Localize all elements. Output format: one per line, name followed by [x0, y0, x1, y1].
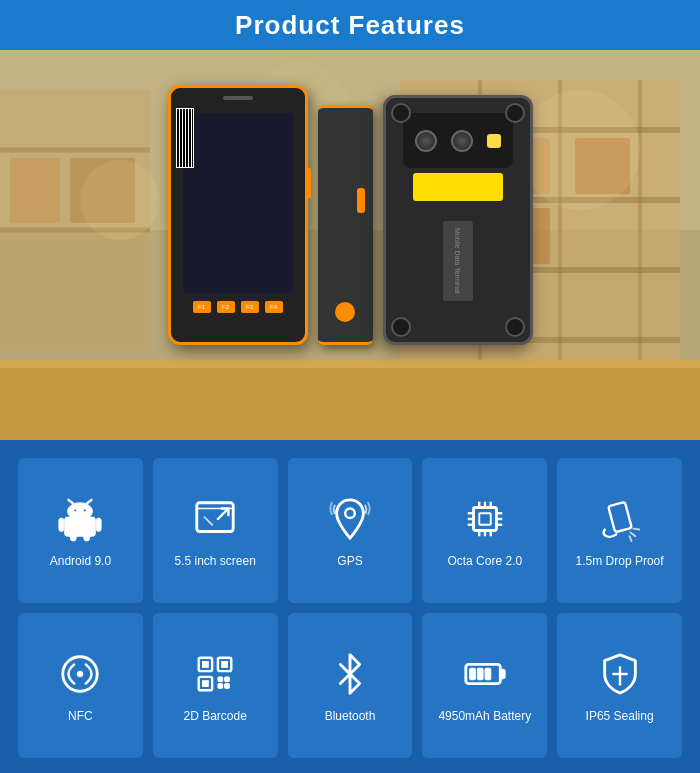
svg-rect-34 [84, 534, 90, 541]
corner-bumper-bl [391, 317, 411, 337]
feature-android: Android 9.0 [18, 458, 143, 603]
svg-rect-73 [477, 668, 483, 680]
device-back: Mobile Data Terminal [383, 95, 533, 345]
chip-icon [460, 494, 510, 544]
page-header: Product Features [0, 0, 700, 50]
feature-bluetooth: Bluetooth [288, 613, 413, 758]
warning-label [413, 173, 503, 201]
svg-rect-72 [469, 668, 475, 680]
screen-icon [190, 494, 240, 544]
svg-line-37 [218, 508, 229, 519]
product-image-area: F1 F2 F3 F4 Mobile Data Terminal [0, 50, 700, 440]
screen-label: 5.5 inch screen [175, 554, 256, 568]
svg-rect-65 [203, 680, 209, 686]
svg-point-27 [74, 508, 77, 511]
barcode-strip [176, 108, 194, 168]
ip65-label: IP65 Sealing [586, 709, 654, 723]
feature-octa: Octa Core 2.0 [422, 458, 547, 603]
svg-rect-40 [473, 507, 496, 530]
feature-screen: 5.5 inch screen [153, 458, 278, 603]
corner-bumper-br [505, 317, 525, 337]
feature-drop: 1.5m Drop Proof [557, 458, 682, 603]
svg-point-59 [78, 671, 84, 677]
device-screen [183, 113, 293, 293]
svg-line-57 [629, 536, 631, 541]
android-label: Android 9.0 [50, 554, 111, 568]
side-button [305, 168, 311, 198]
svg-rect-74 [485, 668, 491, 680]
svg-rect-66 [218, 676, 223, 681]
svg-line-30 [87, 499, 92, 503]
gps-icon [325, 494, 375, 544]
svg-point-39 [345, 508, 355, 518]
camera-area [403, 113, 513, 168]
device-label: Mobile Data Terminal [443, 221, 473, 301]
nfc-label: NFC [68, 709, 93, 723]
battery-label: 4950mAh Battery [438, 709, 531, 723]
device-front: F1 F2 F3 F4 [168, 85, 308, 345]
svg-rect-63 [222, 661, 228, 667]
drop-label: 1.5m Drop Proof [576, 554, 664, 568]
svg-line-56 [633, 528, 639, 529]
function-buttons: F1 F2 F3 F4 [193, 301, 283, 313]
barcode-label: 2D Barcode [184, 709, 247, 723]
camera-lens-2 [451, 130, 473, 152]
android-icon [55, 494, 105, 544]
svg-rect-67 [225, 676, 230, 681]
bluetooth-icon [325, 649, 375, 699]
svg-rect-54 [608, 501, 632, 531]
svg-rect-41 [479, 513, 491, 525]
svg-rect-68 [218, 683, 223, 688]
svg-rect-61 [203, 661, 209, 667]
bluetooth-label: Bluetooth [325, 709, 376, 723]
corner-bumper-tl [391, 103, 411, 123]
camera-lens [415, 130, 437, 152]
svg-rect-33 [71, 534, 77, 541]
battery-icon [460, 649, 510, 699]
svg-point-22 [80, 160, 160, 240]
svg-line-55 [630, 532, 635, 536]
side-bottom-button [335, 302, 355, 322]
nfc-icon [55, 649, 105, 699]
feature-barcode: 2D Barcode [153, 613, 278, 758]
feature-nfc: NFC [18, 613, 143, 758]
shield-icon [595, 649, 645, 699]
feature-gps: GPS [288, 458, 413, 603]
feature-battery: 4950mAh Battery [422, 613, 547, 758]
camera-flash [487, 134, 501, 148]
svg-rect-32 [97, 518, 102, 531]
barcode-icon [190, 649, 240, 699]
devices-container: F1 F2 F3 F4 Mobile Data Terminal [168, 85, 533, 405]
drop-icon [595, 494, 645, 544]
svg-rect-69 [225, 683, 230, 688]
svg-rect-18 [10, 158, 60, 223]
svg-line-38 [205, 517, 213, 525]
svg-line-29 [69, 499, 74, 503]
corner-bumper-tr [505, 103, 525, 123]
octa-label: Octa Core 2.0 [447, 554, 522, 568]
svg-rect-71 [500, 669, 505, 679]
svg-point-28 [84, 508, 87, 511]
feature-ip65: IP65 Sealing [557, 613, 682, 758]
gps-label: GPS [337, 554, 362, 568]
page-title: Product Features [235, 10, 465, 41]
svg-point-26 [68, 502, 93, 519]
device-side [318, 105, 373, 345]
features-section: Android 9.0 5.5 inch screen [0, 440, 700, 773]
svg-rect-31 [59, 518, 64, 531]
side-accent [357, 188, 365, 213]
features-grid: Android 9.0 5.5 inch screen [18, 458, 682, 758]
svg-point-23 [520, 90, 640, 210]
svg-rect-35 [197, 502, 233, 531]
